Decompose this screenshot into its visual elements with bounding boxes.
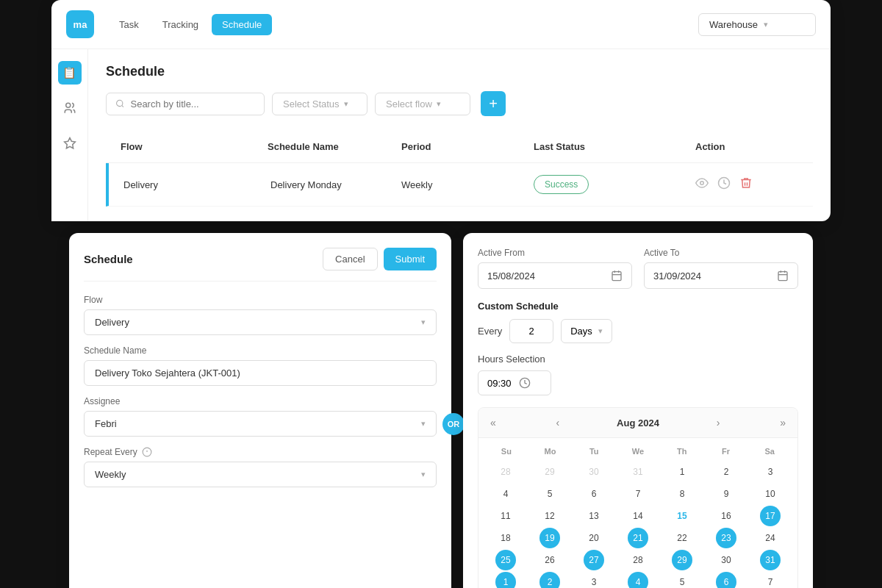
cal-next-next[interactable]: »: [777, 415, 789, 430]
status-filter[interactable]: Select Status ▾: [272, 93, 368, 115]
active-to-input[interactable]: 31/09/2024: [644, 262, 798, 289]
assignee-value: Febri: [95, 418, 117, 429]
calendar-days-header: Su Mo Tu We Th Fr Sa: [484, 444, 792, 459]
cal-day[interactable]: 29: [672, 550, 692, 570]
flow-select[interactable]: Delivery ▾: [84, 309, 437, 335]
cal-day[interactable]: 7: [628, 484, 648, 504]
cal-day[interactable]: 29: [539, 462, 560, 482]
cal-day[interactable]: 26: [539, 550, 560, 570]
cal-day[interactable]: 19: [539, 528, 560, 548]
cal-day[interactable]: 30: [716, 550, 736, 570]
assignee-select[interactable]: Febri ▾: [84, 411, 437, 437]
cal-day[interactable]: 10: [760, 484, 781, 504]
nav-task[interactable]: Task: [109, 14, 149, 35]
delete-icon[interactable]: [739, 176, 753, 193]
form-header: Schedule Cancel Submit: [84, 248, 437, 282]
active-from-group: Active From 15/08/2024: [478, 248, 632, 289]
cal-day[interactable]: 4: [495, 484, 516, 504]
day-mo: Mo: [528, 444, 573, 459]
cal-day[interactable]: 21: [628, 528, 648, 548]
cal-day[interactable]: 5: [672, 572, 692, 588]
cal-day[interactable]: 17: [760, 506, 781, 526]
cal-day[interactable]: 6: [716, 572, 736, 588]
active-to-group: Active To 31/09/2024: [644, 248, 798, 289]
cal-day[interactable]: 22: [672, 528, 692, 548]
repeat-label: Repeat Every: [84, 447, 437, 457]
cal-week-1: 28 29 30 31 1 2 3: [484, 462, 792, 482]
sidebar-icon-star[interactable]: [58, 132, 82, 155]
sidebar-icon-users[interactable]: [58, 96, 82, 120]
day-we: We: [616, 444, 660, 459]
cal-day[interactable]: 24: [760, 528, 781, 548]
calendar-header: « ‹ Aug 2024 › »: [478, 408, 797, 438]
cal-day-today[interactable]: 15: [672, 506, 692, 526]
page-title: Schedule: [106, 64, 813, 79]
cal-day[interactable]: 18: [495, 528, 516, 548]
cal-prev-prev[interactable]: «: [487, 415, 499, 430]
cal-day[interactable]: 5: [539, 484, 560, 504]
history-icon[interactable]: [717, 176, 731, 193]
cal-day[interactable]: 2: [539, 572, 560, 588]
chevron-down-icon: ▾: [421, 470, 426, 479]
form-group-repeat: Repeat Every Weekly ▾: [84, 447, 437, 487]
flow-filter[interactable]: Select flow ▾: [375, 93, 470, 115]
search-box[interactable]: [106, 93, 265, 115]
content-area: Schedule Select Status ▾ Select flow: [88, 49, 831, 221]
table-header: Flow Schedule Name Period Last Status Ac…: [106, 131, 813, 163]
add-button[interactable]: +: [481, 91, 506, 116]
time-input[interactable]: 09:30: [478, 370, 551, 395]
svg-rect-13: [778, 272, 787, 281]
days-select[interactable]: Days ▾: [561, 319, 612, 343]
date-range-row: Active From 15/08/2024 Active To 31/09/2…: [478, 248, 798, 289]
cal-day[interactable]: 3: [584, 572, 604, 588]
cancel-button[interactable]: Cancel: [323, 248, 377, 270]
cal-day[interactable]: 8: [672, 484, 692, 504]
calendar-grid: Su Mo Tu We Th Fr Sa 28 29 30 31 1: [478, 438, 797, 588]
cal-day[interactable]: 13: [584, 506, 604, 526]
sidebar: 📋: [51, 49, 88, 221]
cal-day[interactable]: 4: [628, 572, 648, 588]
cal-day[interactable]: 30: [584, 462, 604, 482]
cal-day[interactable]: 28: [628, 550, 648, 570]
cal-day[interactable]: 2: [716, 462, 736, 482]
schedule-name-input[interactable]: [84, 360, 437, 386]
cal-day[interactable]: 23: [716, 528, 736, 548]
cal-week-6: 1 2 3 4 5 6 7: [484, 572, 792, 588]
cal-week-5: 25 26 27 28 29 30 31: [484, 550, 792, 570]
search-input[interactable]: [130, 98, 255, 110]
warehouse-selector[interactable]: Warehouse ▾: [698, 13, 816, 36]
cal-day[interactable]: 6: [584, 484, 604, 504]
cal-day[interactable]: 14: [628, 506, 648, 526]
cal-day[interactable]: 12: [539, 506, 560, 526]
repeat-select[interactable]: Weekly ▾: [84, 462, 437, 487]
row-flow: Delivery: [123, 179, 270, 190]
chevron-down-icon: ▾: [421, 419, 426, 429]
form-group-flow: Flow Delivery ▾: [84, 295, 437, 335]
submit-button[interactable]: Submit: [384, 248, 437, 270]
cal-day[interactable]: 3: [760, 462, 781, 482]
nav-schedule[interactable]: Schedule: [212, 14, 272, 35]
cal-day[interactable]: 31: [760, 550, 781, 570]
warehouse-label: Warehouse: [709, 19, 758, 30]
cal-day[interactable]: 1: [672, 462, 692, 482]
cal-day[interactable]: 9: [716, 484, 736, 504]
cal-day[interactable]: 25: [495, 550, 516, 570]
calendar-card: Active From 15/08/2024 Active To 31/09/2…: [463, 233, 813, 588]
cal-day[interactable]: 1: [495, 572, 516, 588]
cal-next[interactable]: ›: [714, 415, 723, 430]
cal-prev[interactable]: ‹: [553, 415, 563, 430]
sidebar-icon-clipboard[interactable]: 📋: [58, 61, 82, 85]
cal-day[interactable]: 27: [584, 550, 604, 570]
cal-day[interactable]: 16: [716, 506, 736, 526]
active-from-input[interactable]: 15/08/2024: [478, 262, 632, 289]
col-last-status: Last Status: [534, 141, 695, 152]
nav-tracking[interactable]: Tracking: [152, 14, 209, 35]
cal-day[interactable]: 28: [495, 462, 516, 482]
every-input[interactable]: [509, 319, 553, 343]
view-icon[interactable]: [695, 176, 709, 193]
cal-day[interactable]: 11: [495, 506, 516, 526]
cal-day[interactable]: 20: [584, 528, 604, 548]
flow-filter-label: Select flow: [386, 98, 432, 110]
cal-day[interactable]: 7: [760, 572, 781, 588]
cal-day[interactable]: 31: [628, 462, 648, 482]
